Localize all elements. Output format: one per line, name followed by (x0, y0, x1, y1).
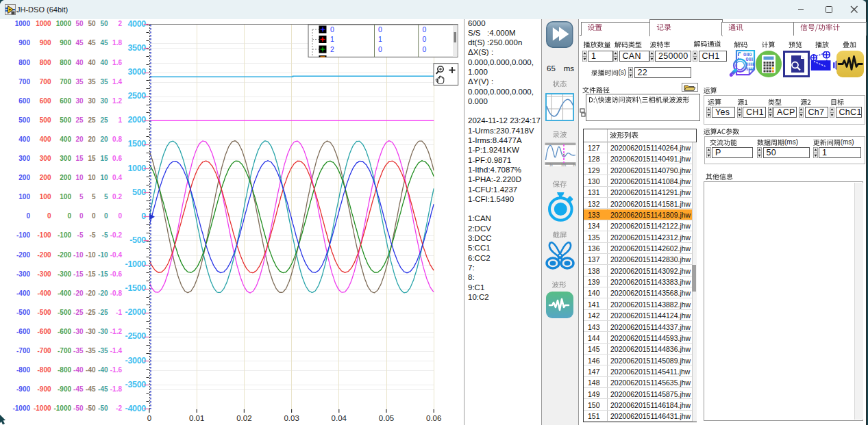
svg-text:1s: 1s (549, 164, 554, 166)
svg-text:0III: 0III (746, 56, 753, 62)
svg-text:1s: 1s (573, 164, 576, 166)
svg-text:101: 101 (561, 164, 567, 166)
